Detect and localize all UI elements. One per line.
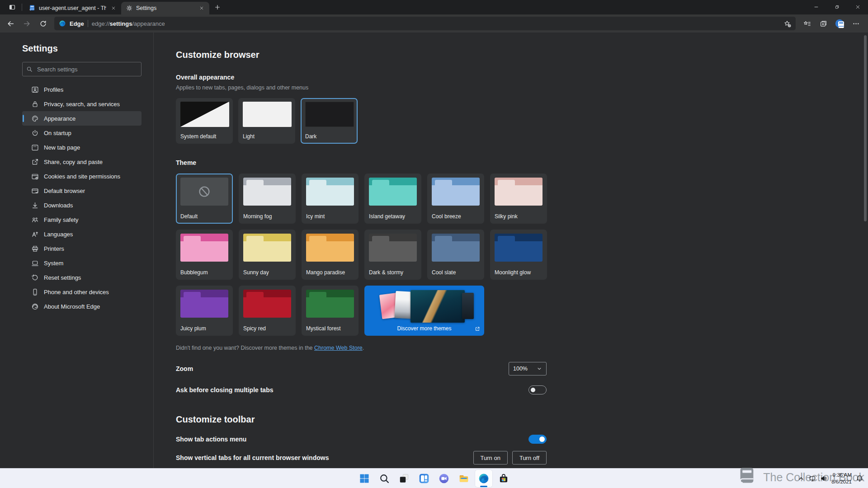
- discover-more-themes-card[interactable]: Discover more themes: [364, 286, 484, 336]
- address-bar[interactable]: Edge edge://settings/appearance: [54, 17, 796, 30]
- browser-tab-collection[interactable]: user-agent.user_agent - The Coll: [24, 2, 121, 14]
- favorites-button[interactable]: [799, 16, 815, 31]
- theme-card-cool-slate[interactable]: Cool slate: [427, 230, 484, 280]
- settings-menu-button[interactable]: [848, 16, 863, 31]
- restore-button[interactable]: [826, 0, 847, 14]
- theme-card-sunny-day[interactable]: Sunny day: [239, 230, 296, 280]
- appearance-option-dark[interactable]: Dark: [301, 98, 358, 144]
- sidebar-item-label: New tab page: [44, 144, 80, 151]
- edge-browser-window: user-agent.user_agent - The Coll Setting…: [0, 0, 868, 468]
- sidebar-item-cookies-and-site-permissions[interactable]: Cookies and site permissions: [22, 169, 142, 183]
- sidebar-item-privacy-search-and-services[interactable]: Privacy, search, and services: [22, 97, 142, 111]
- favorites-star-icon: [803, 20, 811, 28]
- sidebar-item-share-copy-and-paste[interactable]: Share, copy and paste: [22, 155, 142, 169]
- sidebar-item-phone-and-other-devices[interactable]: Phone and other devices: [22, 285, 142, 299]
- taskbar-button-edge[interactable]: [475, 469, 493, 488]
- theme-card-juicy-plum[interactable]: Juicy plum: [176, 286, 233, 336]
- appearance-palette-icon: [31, 115, 39, 122]
- search-input[interactable]: [36, 66, 137, 73]
- hidden-icons-chevron-icon[interactable]: [797, 475, 805, 482]
- theme-card-default[interactable]: Default: [176, 174, 233, 224]
- sidebar-item-reset-settings[interactable]: Reset settings: [22, 270, 142, 285]
- sidebar-item-new-tab-page[interactable]: New tab page: [22, 140, 142, 155]
- sidebar-item-label: Phone and other devices: [44, 289, 109, 296]
- page-scrollbar[interactable]: [863, 33, 868, 468]
- zoom-select[interactable]: 100%: [509, 362, 547, 375]
- reset-icon: [31, 274, 39, 282]
- sidebar-item-appearance[interactable]: Appearance: [22, 111, 142, 126]
- ask-before-closing-toggle[interactable]: [528, 385, 547, 394]
- notifications-bell-icon[interactable]: [856, 474, 863, 482]
- theme-card-mango-paradise[interactable]: Mango paradise: [302, 230, 359, 280]
- show-tab-actions-toggle[interactable]: [528, 435, 547, 444]
- refresh-button[interactable]: [35, 16, 51, 31]
- new-tab-button[interactable]: [211, 1, 224, 13]
- theme-card-morning-fog[interactable]: Morning fog: [239, 174, 296, 224]
- theme-card-mystical-forest[interactable]: Mystical forest: [302, 286, 359, 336]
- sidebar-item-on-startup[interactable]: On startup: [22, 126, 142, 140]
- theme-folder-preview: [432, 178, 480, 206]
- theme-card-bubblegum[interactable]: Bubblegum: [176, 230, 233, 280]
- external-link-icon: [475, 326, 480, 332]
- url-text: edge://settings/appearance: [92, 20, 165, 27]
- taskbar-button-start[interactable]: [355, 469, 373, 488]
- add-favorite-button[interactable]: [780, 18, 794, 29]
- theme-card-dark-stormy[interactable]: Dark & stormy: [364, 230, 421, 280]
- taskbar-button-chat[interactable]: [435, 469, 453, 488]
- back-button[interactable]: [3, 16, 18, 31]
- network-icon[interactable]: [809, 475, 816, 482]
- chat-icon: [438, 473, 450, 484]
- taskbar-button-taskbar-search[interactable]: [375, 469, 393, 488]
- default-browser-icon: [31, 187, 39, 195]
- sidebar-item-languages[interactable]: Languages: [22, 227, 142, 241]
- theme-card-island-getaway[interactable]: Island getaway: [364, 174, 421, 224]
- turn-off-button[interactable]: Turn off: [512, 451, 547, 465]
- sidebar-item-system[interactable]: System: [22, 256, 142, 270]
- sidebar-item-family-safety[interactable]: Family safety: [22, 212, 142, 227]
- collection-extension-button[interactable]: [832, 16, 847, 31]
- sidebar-item-label: Share, copy and paste: [44, 159, 103, 165]
- collections-button[interactable]: [816, 16, 831, 31]
- ask-before-closing-label: Ask before closing multiple tabs: [176, 386, 274, 394]
- taskbar-button-file-explorer[interactable]: [455, 469, 473, 488]
- taskbar-button-task-view[interactable]: [395, 469, 413, 488]
- theme-folder-preview: [306, 178, 354, 206]
- appearance-option-light[interactable]: Light: [238, 98, 295, 144]
- browser-tab-settings[interactable]: Settings: [121, 2, 209, 14]
- appearance-option-system-default[interactable]: System default: [176, 98, 233, 144]
- theme-label: Silky pink: [495, 213, 542, 220]
- turn-on-button[interactable]: Turn on: [473, 451, 508, 465]
- theme-label: Icy mint: [306, 213, 354, 220]
- close-tab-button[interactable]: [109, 4, 118, 12]
- sidebar-item-label: Cookies and site permissions: [44, 173, 120, 180]
- sidebar-item-downloads[interactable]: Downloads: [22, 198, 142, 212]
- close-window-button[interactable]: [847, 0, 868, 14]
- sidebar-item-default-browser[interactable]: Default browser: [22, 183, 142, 198]
- taskbar-button-store[interactable]: [495, 469, 513, 488]
- store-note: Didn't find one you want? Discover more …: [176, 345, 547, 351]
- theme-card-moonlight-glow[interactable]: Moonlight glow: [490, 230, 547, 280]
- sidebar-item-label: About Microsoft Edge: [44, 303, 100, 310]
- taskbar-clock[interactable]: 9:36 AM 8/6/2021: [831, 472, 852, 485]
- taskbar-button-widgets[interactable]: [415, 469, 433, 488]
- scrollbar-thumb[interactable]: [864, 35, 867, 221]
- tab-actions-menu-button[interactable]: [5, 1, 20, 13]
- tab-title: Settings: [136, 5, 194, 11]
- forward-button[interactable]: [19, 16, 34, 31]
- theme-card-silky-pink[interactable]: Silky pink: [490, 174, 547, 224]
- close-tab-button[interactable]: [198, 4, 206, 12]
- restore-icon: [835, 5, 840, 9]
- sidebar-item-printers[interactable]: Printers: [22, 241, 142, 256]
- sidebar-item-profiles[interactable]: Profiles: [22, 82, 142, 97]
- book-icon: [735, 466, 759, 487]
- toggle-knob: [539, 436, 545, 442]
- theme-card-spicy-red[interactable]: Spicy red: [239, 286, 296, 336]
- theme-card-icy-mint[interactable]: Icy mint: [302, 174, 359, 224]
- settings-search[interactable]: [22, 62, 142, 76]
- volume-icon[interactable]: [820, 475, 827, 482]
- minimize-button[interactable]: [806, 0, 826, 14]
- chrome-web-store-link[interactable]: Chrome Web Store: [314, 345, 363, 351]
- sidebar-item-about-microsoft-edge[interactable]: About Microsoft Edge: [22, 299, 142, 314]
- sidebar-item-label: Printers: [44, 245, 64, 252]
- theme-card-cool-breeze[interactable]: Cool breeze: [427, 174, 484, 224]
